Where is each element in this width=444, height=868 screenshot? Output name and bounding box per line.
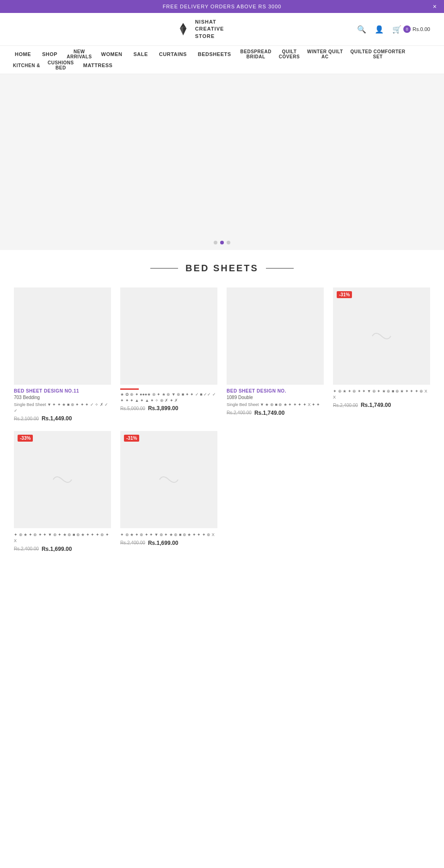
product-desc: ✦ ⊕ ★ ✦ ⊕ ✦ ✦ ▼ ⊕ ✦ ★ ⊕ ■ ⊕ ★ ✦ ✦ ✦ ⊕ X … (333, 388, 430, 400)
loading-icon (51, 472, 74, 488)
banner-close-button[interactable]: × (433, 3, 437, 10)
sale-price: Rs.1,749.00 (254, 410, 284, 416)
section-title: BED SHEETS (0, 263, 444, 274)
sale-badge: -31% (124, 435, 139, 442)
original-price: Rs.2,400.00 (14, 546, 39, 551)
slider-dots (214, 241, 230, 244)
product-card[interactable]: ★ ✿ ⊕ ✦ ●●●★ ⊗ ✦ ★ ⊕ ▼ ⊕ ■ ✦ ✦ ✓ ■ ✓✓ ✓ … (116, 283, 222, 426)
slider-dot-2[interactable] (220, 241, 224, 244)
banner-text: FREE DELIVERY ORDERS ABOVE RS 3000 (163, 4, 282, 9)
products-grid: Bed Sheet Design No.11 703 Bedding Singl… (0, 283, 444, 556)
nav-home[interactable]: HOME (9, 49, 37, 60)
product-desc: ✦ ⊕ ★ ✦ ⊕ ✦ ✦ ▼ ⊕ ✦ ★ ⊕ ■ ⊕ ★ ✦ ✦ ✦ ⊕ ✦ … (14, 532, 111, 543)
nav-kitchen[interactable]: KITCHEN & (9, 63, 44, 68)
loading-icon (157, 472, 180, 488)
original-price: Rs.2,400.00 (333, 403, 358, 408)
product-desc: ✦ ⊕ ★ ✦ ⊕ ✦ ✦ ▼ ⊕ ✦ ★ ⊕ ■ ⊕ ★ ✦ ✦ ✦ ⊕ X (120, 532, 217, 538)
product-image: -31% (120, 431, 217, 528)
nav-women[interactable]: WOMEN (96, 49, 128, 60)
product-price: Rs.2,100.00 Rs.1,449.00 (14, 415, 111, 422)
sale-price: Rs.1,699.00 (148, 540, 178, 546)
nav-winter-quilt[interactable]: WINTER QUILT AC (303, 49, 346, 59)
cart-icon: 🛒 (392, 25, 401, 34)
product-price: Rs.5,000.00 Rs.3,899.00 (120, 405, 217, 412)
section-title-text: BED SHEETS (185, 263, 259, 274)
product-color-bar (120, 388, 139, 390)
product-card[interactable]: -31% ✦ ⊕ ★ ✦ ⊕ ✦ ✦ ▼ ⊕ ✦ ★ ⊕ ■ ⊕ ★ ✦ ✦ ✦… (328, 283, 435, 426)
product-image: -33% (14, 431, 111, 528)
original-price: Rs.2,400.00 (227, 410, 252, 415)
original-price: Rs.5,000.00 (120, 406, 145, 411)
cart-button[interactable]: 🛒 0 Rs.0.00 (392, 25, 430, 34)
product-brand: Bed Sheet Design No.11 (14, 388, 111, 393)
sale-price: Rs.1,699.00 (42, 546, 72, 552)
main-nav: HOME SHOP NEW ARRIVALS WOMEN SALE CURTAI… (0, 46, 444, 74)
product-price: Rs.2,400.00 Rs.1,749.00 (333, 402, 430, 408)
slider-dot-1[interactable] (214, 241, 217, 244)
sale-badge: -31% (337, 291, 352, 298)
nav-cushions[interactable]: CUSHIONS BED (44, 60, 78, 70)
product-name: 1089 Double (227, 394, 324, 401)
product-desc: ★ ✿ ⊕ ✦ ●●●★ ⊗ ✦ ★ ⊕ ▼ ⊕ ■ ✦ ✦ ✓ ■ ✓✓ ✓ … (120, 392, 217, 403)
product-desc: Single Bed Sheet ▼ ★ ⊕ ■ ⊕ ★ ✦ ✦ ✦ ✦ X ✦… (227, 402, 324, 408)
nav-quilt-covers[interactable]: QUILT COVERS (275, 49, 303, 59)
nav-quilted-comforter[interactable]: QUILTED COMFORTER SET (347, 49, 409, 59)
nav-bedspread[interactable]: BEDSPREAD BRIDAL (237, 49, 275, 59)
account-icon[interactable]: 👤 (375, 25, 384, 34)
product-card[interactable]: Bed Sheet Design No. 1089 Double Single … (222, 283, 328, 426)
logo-text: NISHAT CREATIVE STORE (195, 19, 224, 40)
header: NISHAT CREATIVE STORE 🔍 👤 🛒 0 Rs.0.00 (0, 13, 444, 46)
product-card[interactable]: -31% ✦ ⊕ ★ ✦ ⊕ ✦ ✦ ▼ ⊕ ✦ ★ ⊕ ■ ⊕ ★ ✦ ✦ ✦… (116, 426, 222, 556)
product-price: Rs.2,400.00 Rs.1,749.00 (227, 410, 324, 416)
slider-dot-3[interactable] (227, 241, 230, 244)
product-card[interactable]: -33% ✦ ⊕ ★ ✦ ⊕ ✦ ✦ ▼ ⊕ ✦ ★ ⊕ ■ ⊕ ★ ✦ ✦ ✦… (9, 426, 116, 556)
sale-price: Rs.1,749.00 (361, 402, 391, 408)
loading-icon (370, 328, 393, 344)
product-brand: Bed Sheet Design No. (227, 388, 324, 393)
product-image (120, 287, 217, 385)
sale-badge: -33% (18, 435, 33, 442)
product-card[interactable]: Bed Sheet Design No.11 703 Bedding Singl… (9, 283, 116, 426)
sale-price: Rs.1,449.00 (42, 415, 72, 422)
cart-price: Rs.0.00 (413, 26, 430, 32)
product-image (14, 287, 111, 385)
original-price: Rs.2,400.00 (120, 540, 145, 545)
search-icon[interactable]: 🔍 (357, 25, 366, 34)
product-name: 703 Bedding (14, 394, 111, 401)
header-icons: 🔍 👤 🛒 0 Rs.0.00 (357, 25, 430, 34)
product-image: -31% (333, 287, 430, 385)
logo-icon (175, 21, 191, 37)
original-price: Rs.2,100.00 (14, 416, 39, 421)
product-price: Rs.2,400.00 Rs.1,699.00 (120, 540, 217, 546)
product-price: Rs.2,400.00 Rs.1,699.00 (14, 546, 111, 552)
cart-count: 0 (403, 25, 411, 33)
nav-mattress[interactable]: MATTRESS (78, 60, 118, 71)
product-image (227, 287, 324, 385)
top-banner: FREE DELIVERY ORDERS ABOVE RS 3000 × (0, 0, 444, 13)
logo[interactable]: NISHAT CREATIVE STORE (175, 19, 224, 40)
nav-bedsheets[interactable]: BEDSHEETS (192, 49, 237, 60)
product-desc: Single Bed Sheet ▼ ✦ ✦ ★ ■ ⊕ ✦ ✦ ✦ ✓ ✧ ✗… (14, 402, 111, 413)
sale-price: Rs.3,899.00 (148, 405, 178, 412)
nav-curtains[interactable]: CURTAINS (154, 49, 192, 60)
nav-new-arrivals[interactable]: NEW ARRIVALS (63, 49, 95, 59)
nav-shop[interactable]: SHOP (37, 49, 63, 60)
nav-sale[interactable]: SALE (128, 49, 153, 60)
hero-slider (0, 74, 444, 250)
